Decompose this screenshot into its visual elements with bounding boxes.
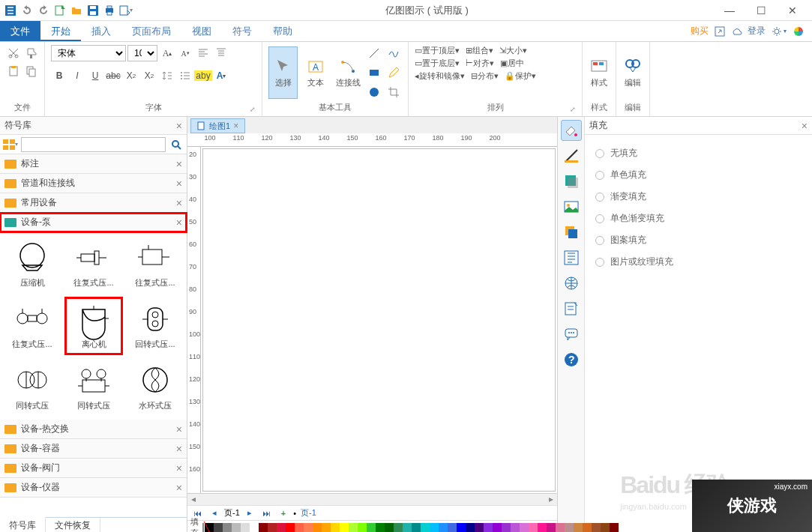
color-swatch[interactable] bbox=[556, 523, 565, 532]
font-color-icon[interactable]: A▾ bbox=[213, 67, 229, 84]
color-swatch[interactable] bbox=[538, 523, 547, 532]
color-swatch[interactable] bbox=[304, 523, 313, 532]
connector-tool[interactable]: 连接线 bbox=[334, 46, 363, 99]
color-swatch[interactable] bbox=[286, 523, 295, 532]
color-swatch[interactable] bbox=[358, 523, 367, 532]
page-last-icon[interactable]: ⏭ bbox=[259, 509, 274, 518]
library-category[interactable]: 设备-热交换× bbox=[0, 420, 187, 439]
strikethrough-icon[interactable]: abc bbox=[105, 67, 121, 84]
gear-icon[interactable]: ▾ bbox=[772, 26, 787, 37]
tab-file-recovery[interactable]: 文件恢复 bbox=[46, 518, 100, 532]
subscript-icon[interactable]: X2 bbox=[123, 67, 139, 84]
cloud-icon[interactable] bbox=[731, 26, 742, 37]
copy-icon[interactable] bbox=[23, 63, 40, 79]
page-next-icon[interactable]: ▸ bbox=[244, 508, 255, 518]
line-tool[interactable] bbox=[366, 45, 382, 61]
color-swatch[interactable] bbox=[331, 523, 340, 532]
color-swatch[interactable] bbox=[493, 523, 502, 532]
color-swatch[interactable] bbox=[565, 523, 574, 532]
rectangle-tool[interactable] bbox=[366, 64, 382, 81]
tab-page-layout[interactable]: 页面布局 bbox=[121, 21, 181, 41]
tab-symbol-library[interactable]: 符号库 bbox=[0, 517, 46, 532]
shadow-panel-icon[interactable] bbox=[561, 171, 582, 192]
protect-button[interactable]: 🔒 保护 ▾ bbox=[505, 70, 536, 82]
color-swatch[interactable] bbox=[268, 523, 277, 532]
color-swatch[interactable] bbox=[610, 523, 619, 532]
library-category[interactable]: 常用设备× bbox=[0, 193, 187, 213]
fill-option[interactable]: 图片或纹理填充 bbox=[592, 251, 805, 273]
share-icon[interactable] bbox=[715, 26, 725, 37]
tab-view[interactable]: 视图 bbox=[181, 21, 222, 41]
color-swatch[interactable] bbox=[232, 523, 241, 532]
color-swatch[interactable] bbox=[511, 523, 520, 532]
align-top-icon[interactable] bbox=[213, 45, 229, 61]
color-swatch[interactable] bbox=[583, 523, 592, 532]
superscript-icon[interactable]: X2 bbox=[141, 67, 157, 84]
color-swatch[interactable] bbox=[448, 523, 457, 532]
doc-tab-close-icon[interactable]: × bbox=[233, 121, 238, 131]
color-swatch[interactable] bbox=[430, 523, 439, 532]
buy-link[interactable]: 购买 bbox=[691, 25, 709, 37]
category-close-icon[interactable]: × bbox=[176, 443, 182, 455]
page-label[interactable]: 页-1 bbox=[301, 507, 316, 519]
login-link[interactable]: 登录 bbox=[748, 25, 766, 37]
font-name-select[interactable]: 宋体 bbox=[51, 45, 126, 61]
group-button[interactable]: ⊞ 组合 ▾ bbox=[466, 45, 493, 56]
symbol-item[interactable]: 压缩机 bbox=[3, 235, 61, 294]
help-panel-icon[interactable]: ? bbox=[561, 349, 582, 370]
color-swatch[interactable] bbox=[259, 523, 268, 532]
close-button[interactable]: ✕ bbox=[784, 3, 802, 18]
tab-symbols[interactable]: 符号 bbox=[222, 21, 262, 41]
select-tool[interactable]: 选择 bbox=[268, 46, 298, 99]
ellipse-tool[interactable] bbox=[366, 84, 382, 100]
center-button[interactable]: ▣ 居中 bbox=[500, 58, 524, 69]
library-category[interactable]: 设备-仪器× bbox=[0, 478, 187, 498]
library-category[interactable]: 管道和连接线× bbox=[0, 174, 187, 193]
arrange-group-launcher[interactable]: ⤢ bbox=[570, 106, 576, 113]
drawing-canvas[interactable] bbox=[202, 148, 556, 492]
size-button[interactable]: ⇲ 大小 ▾ bbox=[499, 45, 527, 56]
color-swatch[interactable] bbox=[295, 523, 304, 532]
fill-option[interactable]: 单色渐变填充 bbox=[592, 208, 805, 229]
category-close-icon[interactable]: × bbox=[176, 423, 182, 435]
library-category[interactable]: 设备-泵× bbox=[0, 213, 187, 232]
document-tab[interactable]: 绘图1 × bbox=[190, 118, 245, 133]
color-swatch[interactable] bbox=[466, 523, 475, 532]
send-back-button[interactable]: ▭ 置于底层 ▾ bbox=[415, 58, 460, 69]
color-swatch[interactable] bbox=[457, 523, 466, 532]
color-swatch[interactable] bbox=[394, 523, 403, 532]
bring-front-button[interactable]: ▭ 置于顶层 ▾ bbox=[415, 45, 460, 56]
horizontal-scrollbar[interactable]: ◂▸ bbox=[187, 493, 557, 505]
color-swatch[interactable] bbox=[502, 523, 511, 532]
symbol-item[interactable]: 离心机 bbox=[64, 297, 123, 355]
color-swatch[interactable] bbox=[484, 523, 493, 532]
distribute-button[interactable]: ⊟ 分布 ▾ bbox=[471, 70, 499, 82]
color-swatch[interactable] bbox=[250, 523, 259, 532]
color-swatch[interactable] bbox=[592, 523, 601, 532]
color-swatch[interactable] bbox=[241, 523, 250, 532]
logo-icon[interactable] bbox=[3, 3, 18, 18]
color-swatch[interactable] bbox=[421, 523, 430, 532]
color-swatch[interactable] bbox=[403, 523, 412, 532]
pencil-tool[interactable] bbox=[385, 64, 402, 81]
page-add-icon[interactable]: + bbox=[278, 509, 289, 518]
search-icon[interactable] bbox=[167, 137, 185, 152]
library-category[interactable]: 设备-容器× bbox=[0, 439, 187, 459]
note-panel-icon[interactable] bbox=[561, 298, 582, 319]
text-tool[interactable]: A文本 bbox=[301, 46, 330, 99]
maximize-button[interactable]: ☐ bbox=[752, 3, 770, 18]
cut-icon[interactable] bbox=[5, 45, 22, 61]
fill-option[interactable]: 无填充 bbox=[592, 142, 805, 164]
category-close-icon[interactable]: × bbox=[176, 482, 182, 494]
color-swatch[interactable] bbox=[367, 523, 376, 532]
color-swatch[interactable] bbox=[439, 523, 448, 532]
color-swatch[interactable] bbox=[529, 523, 538, 532]
color-swatch[interactable] bbox=[277, 523, 286, 532]
font-group-launcher[interactable]: ⤢ bbox=[250, 106, 256, 113]
highlight-icon[interactable]: aby bbox=[195, 67, 211, 84]
pinwheel-icon[interactable] bbox=[793, 25, 805, 37]
italic-icon[interactable]: I bbox=[69, 67, 85, 84]
redo-icon[interactable] bbox=[36, 3, 51, 18]
line-spacing-icon[interactable] bbox=[159, 67, 175, 84]
color-swatch[interactable] bbox=[223, 523, 232, 532]
